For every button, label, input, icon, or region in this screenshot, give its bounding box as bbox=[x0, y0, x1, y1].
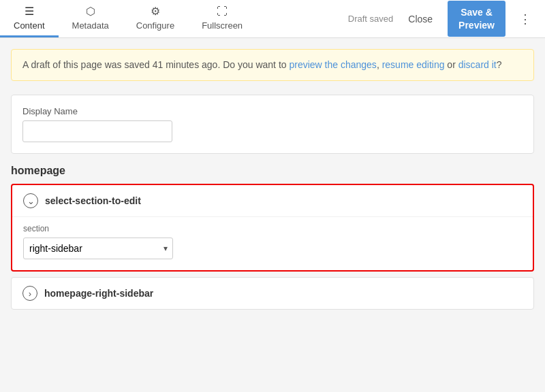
banner-text-middle: , bbox=[377, 59, 382, 70]
block-homepage-right-sidebar-header[interactable]: › homepage-right-sidebar bbox=[12, 278, 533, 309]
block-select-section: ⌄ select-section-to-edit section right-s… bbox=[11, 184, 534, 272]
toolbar-spacer bbox=[256, 0, 340, 37]
close-button[interactable]: Close bbox=[401, 10, 439, 29]
block-homepage-right-sidebar-title: homepage-right-sidebar bbox=[44, 288, 153, 299]
tab-metadata-label: Metadata bbox=[72, 20, 109, 31]
section-sub-label: section bbox=[23, 224, 522, 233]
tab-fullscreen-label: Fullscreen bbox=[202, 20, 243, 31]
banner-text-end: ? bbox=[497, 59, 502, 70]
tab-content-label: Content bbox=[14, 20, 45, 31]
tab-configure[interactable]: ⚙ Configure bbox=[123, 0, 188, 37]
tab-metadata[interactable]: ⬡ Metadata bbox=[59, 0, 123, 37]
discard-link[interactable]: discard it bbox=[458, 59, 497, 70]
toolbar-right: Draft saved Close Save &Preview ⋮ bbox=[340, 0, 545, 37]
block-select-section-body: section right-sidebar left-sidebar main-… bbox=[12, 216, 533, 270]
toolbar: ☰ Content ⬡ Metadata ⚙ Configure ⛶ Fulls… bbox=[0, 0, 545, 38]
save-preview-button[interactable]: Save &Preview bbox=[448, 1, 505, 36]
tab-content[interactable]: ☰ Content bbox=[0, 0, 59, 37]
preview-changes-link[interactable]: preview the changes bbox=[289, 59, 376, 70]
display-name-card: Display Name bbox=[11, 95, 534, 154]
main-content: A draft of this page was saved 41 minute… bbox=[0, 38, 545, 326]
configure-icon: ⚙ bbox=[151, 5, 160, 18]
toggle-collapsed-icon: › bbox=[22, 286, 37, 301]
display-name-label: Display Name bbox=[22, 106, 523, 116]
section-title: homepage bbox=[11, 165, 534, 177]
tab-fullscreen[interactable]: ⛶ Fullscreen bbox=[188, 0, 256, 37]
section-select-wrapper: right-sidebar left-sidebar main-content … bbox=[23, 238, 173, 259]
display-name-input[interactable] bbox=[22, 120, 172, 142]
resume-editing-link[interactable]: resume editing bbox=[382, 59, 445, 70]
tab-configure-label: Configure bbox=[136, 20, 174, 31]
section-select[interactable]: right-sidebar left-sidebar main-content … bbox=[23, 238, 173, 259]
draft-saved-status: Draft saved bbox=[348, 14, 393, 24]
block-homepage-right-sidebar: › homepage-right-sidebar bbox=[11, 277, 534, 310]
content-icon: ☰ bbox=[25, 5, 34, 18]
toolbar-tabs: ☰ Content ⬡ Metadata ⚙ Configure ⛶ Fulls… bbox=[0, 0, 256, 37]
draft-banner: A draft of this page was saved 41 minute… bbox=[11, 49, 534, 81]
block-select-section-header[interactable]: ⌄ select-section-to-edit bbox=[12, 185, 533, 216]
banner-text-before: A draft of this page was saved 41 minute… bbox=[22, 59, 289, 70]
metadata-icon: ⬡ bbox=[86, 5, 95, 18]
banner-text-after: or bbox=[444, 59, 458, 70]
fullscreen-icon: ⛶ bbox=[217, 5, 228, 18]
toggle-expand-icon: ⌄ bbox=[23, 193, 38, 208]
block-select-section-title: select-section-to-edit bbox=[45, 195, 141, 206]
more-options-button[interactable]: ⋮ bbox=[514, 7, 537, 31]
